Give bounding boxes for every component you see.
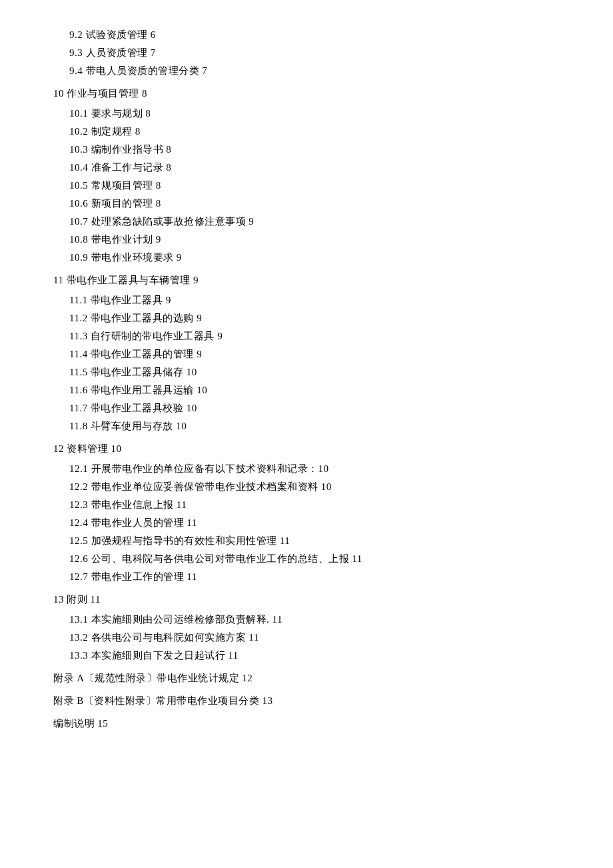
toc-entry: 11.5 带电作业工器具储存 10 [53,364,560,380]
toc-entry: 10.1 要求与规划 8 [53,105,560,121]
toc-entry: 9.4 带电人员资质的管理分类 7 [53,63,560,79]
toc-entry: 11 带电作业工器具与车辆管理 9 [53,272,560,288]
toc-entry: 9.2 试验资质管理 6 [53,27,560,43]
toc-entry: 12.4 带电作业人员的管理 11 [53,515,560,531]
toc-entry: 11.1 带电作业工器具 9 [53,292,560,308]
toc-entry: 11.6 带电作业用工器具运输 10 [53,382,560,398]
toc-entry: 10.8 带电作业计划 9 [53,231,560,247]
toc-entry: 12.2 带电作业单位应妥善保管带电作业技术档案和资料 10 [53,479,560,495]
toc-entry: 10.5 常规项目管理 8 [53,177,560,193]
toc-entry: 9.3 人员资质管理 7 [53,45,560,61]
toc-entry: 12.1 开展带电作业的单位应备有以下技术资料和记录：10 [53,461,560,477]
toc-entry: 12.6 公司、电科院与各供电公司对带电作业工作的总结、上报 11 [53,551,560,567]
toc-entry: 12 资料管理 10 [53,441,560,457]
toc-entry: 10.7 处理紧急缺陷或事故抢修注意事项 9 [53,213,560,229]
toc-entry: 13.1 本实施细则由公司运维检修部负责解释. 11 [53,611,560,627]
toc-entry: 附录 B〔资料性附录〕常用带电作业项目分类 13 [53,693,560,709]
toc-entry: 13 附则 11 [53,591,560,607]
toc-entry: 11.4 带电作业工器具的管理 9 [53,346,560,362]
toc-entry: 10.9 带电作业环境要求 9 [53,249,560,265]
toc-entry: 12.5 加强规程与指导书的有效性和实用性管理 11 [53,533,560,549]
toc-entry: 10.2 制定规程 8 [53,123,560,139]
toc-entry: 11.3 自行研制的带电作业工器具 9 [53,328,560,344]
toc-entry: 12.7 带电作业工作的管理 11 [53,569,560,585]
toc-entry: 10 作业与项目管理 8 [53,85,560,101]
toc-container: 9.2 试验资质管理 69.3 人员资质管理 79.4 带电人员资质的管理分类 … [53,27,560,731]
toc-entry: 11.2 带电作业工器具的选购 9 [53,310,560,326]
toc-entry: 编制说明 15 [53,715,560,731]
toc-entry: 13.2 各供电公司与电科院如何实施方案 11 [53,629,560,645]
toc-entry: 11.8 斗臂车使用与存放 10 [53,418,560,434]
toc-entry: 11.7 带电作业工器具校验 10 [53,400,560,416]
toc-entry: 附录 A〔规范性附录〕带电作业统计规定 12 [53,670,560,686]
toc-entry: 10.6 新项目的管理 8 [53,195,560,211]
toc-entry: 13.3 本实施细则自下发之日起试行 11 [53,647,560,663]
toc-entry: 10.3 编制作业指导书 8 [53,141,560,157]
toc-entry: 10.4 准备工作与记录 8 [53,159,560,175]
toc-entry: 12.3 带电作业信息上报 11 [53,497,560,513]
